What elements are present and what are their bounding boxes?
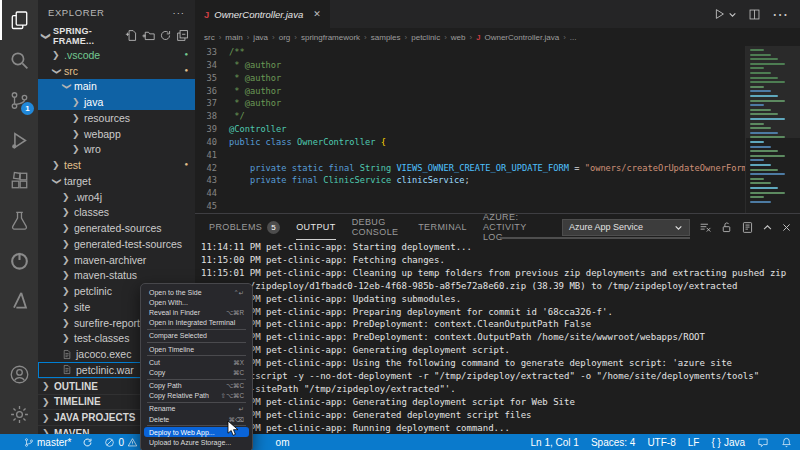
breadcrumb-item[interactable]: main [225, 33, 242, 42]
notifications[interactable] [781, 437, 792, 448]
menu-item-copy[interactable]: Copy⌘C [141, 367, 252, 377]
refresh-icon[interactable] [159, 29, 172, 42]
feedback[interactable] [757, 437, 769, 448]
line-number: 37 [195, 97, 217, 110]
line-number: 39 [195, 123, 217, 136]
minimap[interactable] [745, 46, 800, 213]
breadcrumb-item[interactable]: petclinic [411, 33, 440, 42]
tree-item-label: site [74, 301, 90, 313]
panel-tab-debug-console[interactable]: DEBUG CONSOLE [352, 214, 403, 240]
language-mode[interactable]: { }Java [711, 437, 745, 448]
sync[interactable] [82, 437, 93, 448]
close-panel-icon[interactable] [781, 222, 792, 233]
log-line: PM pet-clinic-app: PreDeployment: contex… [201, 331, 795, 344]
workspace-section-header[interactable]: ❯ SPRING-FRAME... [38, 25, 195, 46]
menu-item-label: Open With... [149, 299, 188, 306]
tree-item-classes[interactable]: ❯classes [38, 205, 195, 221]
menu-item-deploy-to-web-app[interactable]: Deploy to Web App... [144, 427, 249, 437]
git-branch[interactable]: master* [24, 437, 71, 448]
tree-item-main[interactable]: ❯main [38, 79, 195, 95]
menu-item-compare-selected[interactable]: Compare Selected [141, 331, 252, 341]
more-actions-icon[interactable]: ⋯ [772, 5, 788, 24]
tree-item-.wro4j[interactable]: ❯.wro4j [38, 189, 195, 205]
activity-run-debug[interactable] [0, 120, 38, 160]
status-fragment[interactable]: om [276, 437, 290, 448]
panel-tab-label: TERMINAL [418, 222, 467, 232]
menu-item-reveal-in-finder[interactable]: Reveal in Finder⌥⌘R [141, 307, 252, 317]
tree-item-.vscode[interactable]: ❯.vscode● [38, 47, 195, 63]
menu-item-open-to-the-side[interactable]: Open to the Side⌃↵ [141, 287, 252, 297]
menu-item-open-timeline[interactable]: Open Timeline [141, 344, 252, 354]
activity-spring-boot[interactable] [0, 240, 38, 280]
menu-item-open-in-integrated-terminal[interactable]: Open in Integrated Terminal [141, 318, 252, 328]
clear-output-icon[interactable] [699, 221, 712, 234]
indentation[interactable]: Spaces: 4 [591, 437, 635, 448]
menu-item-rename[interactable]: Rename↵ [141, 404, 252, 414]
breadcrumb-item[interactable]: org [279, 33, 291, 42]
breadcrumb-item[interactable]: springframework [301, 33, 360, 42]
menu-item-open-with[interactable]: Open With... [141, 297, 252, 307]
tab-close-icon[interactable]: ✕ [313, 9, 321, 19]
branch-icon [24, 437, 34, 448]
breadcrumb-item[interactable]: ... [570, 33, 577, 42]
tree-item-generated-test-sources[interactable]: ❯generated-test-sources [38, 236, 195, 252]
new-folder-icon[interactable] [142, 29, 155, 42]
tree-item-maven-status[interactable]: ❯maven-status [38, 268, 195, 284]
tree-item-wro[interactable]: ❯wro [38, 142, 195, 158]
tree-item-generated-sources[interactable]: ❯generated-sources [38, 220, 195, 236]
run-button[interactable] [712, 7, 737, 21]
activity-test[interactable] [0, 200, 38, 240]
unlock-icon[interactable] [720, 221, 733, 234]
tree-item-resources[interactable]: ❯resources [38, 110, 195, 126]
new-file-icon[interactable] [125, 29, 138, 42]
sidebar-more-actions[interactable]: ··· [173, 7, 186, 18]
tree-item-label: wro [84, 143, 101, 155]
panel-tabbar-scrollbar[interactable] [500, 237, 690, 239]
tree-item-test[interactable]: ❯test● [38, 157, 195, 173]
error-icon [104, 437, 115, 448]
activity-azure[interactable] [0, 280, 38, 320]
menu-item-copy-path[interactable]: Copy Path⌥⌘C [141, 381, 252, 391]
maximize-panel-icon[interactable] [762, 222, 773, 233]
code-line: 33/** [195, 46, 745, 59]
activity-accounts[interactable] [0, 354, 38, 394]
menu-item-cut[interactable]: Cut⌘X [141, 357, 252, 367]
breadcrumb-item[interactable]: J OwnerController.java [476, 33, 559, 42]
activity-search[interactable] [0, 40, 38, 80]
output-log[interactable]: 11:14:11 PM pet-clinic-app: Starting dep… [195, 241, 795, 434]
breadcrumb-separator: › [294, 33, 297, 42]
collapse-all-icon[interactable] [176, 29, 189, 42]
menu-item-copy-relative-path[interactable]: Copy Relative Path⇧⌥⌘C [141, 391, 252, 401]
panel-tab-label: OUTPUT [296, 222, 335, 232]
activity-settings[interactable] [0, 394, 38, 434]
code-line: 38 */ [195, 110, 745, 123]
panel-tab-output[interactable]: OUTPUT [296, 214, 335, 240]
cursor-position[interactable]: Ln 1, Col 1 [531, 437, 579, 448]
code-line: 39@Controller [195, 123, 745, 136]
activity-explorer[interactable] [0, 0, 38, 40]
activity-extensions[interactable] [0, 160, 38, 200]
tree-item-java[interactable]: ❯java [38, 94, 195, 110]
breadcrumb-item[interactable]: src [204, 33, 215, 42]
code-editor[interactable]: 33/**34 * @author35 * @author36 * @autho… [195, 46, 745, 213]
log-line: -sitePath "/tmp/zipdeploy/extracted"'. [201, 383, 795, 396]
open-log-icon[interactable] [741, 221, 754, 234]
tree-item-maven-archiver[interactable]: ❯maven-archiver [38, 252, 195, 268]
panel-tab-problems[interactable]: PROBLEMS5 [209, 214, 280, 240]
encoding[interactable]: UTF-8 [647, 437, 675, 448]
tree-item-webapp[interactable]: ❯webapp [38, 126, 195, 142]
tree-item-src[interactable]: ❯src● [38, 63, 195, 79]
menu-item-delete[interactable]: Delete⌘⌫ [141, 414, 252, 424]
breadcrumb-item[interactable]: web [451, 33, 466, 42]
split-editor-icon[interactable] [748, 8, 761, 21]
activity-source-control[interactable]: 1 [0, 80, 38, 120]
breadcrumb-item[interactable]: samples [371, 33, 401, 42]
tree-item-target[interactable]: ❯target [38, 173, 195, 189]
tab-ownercontroller[interactable]: J OwnerController.java ✕ [195, 0, 330, 28]
log-line: PM pet-clinic-app: Generated deployment … [201, 409, 795, 422]
panel-tab-terminal[interactable]: TERMINAL [418, 214, 467, 240]
eol[interactable]: LF [688, 437, 700, 448]
output-channel-select[interactable]: Azure App Service [562, 219, 690, 236]
menu-item-upload-to-azure-storage[interactable]: Upload to Azure Storage... [141, 437, 252, 447]
breadcrumb-item[interactable]: java [253, 33, 268, 42]
